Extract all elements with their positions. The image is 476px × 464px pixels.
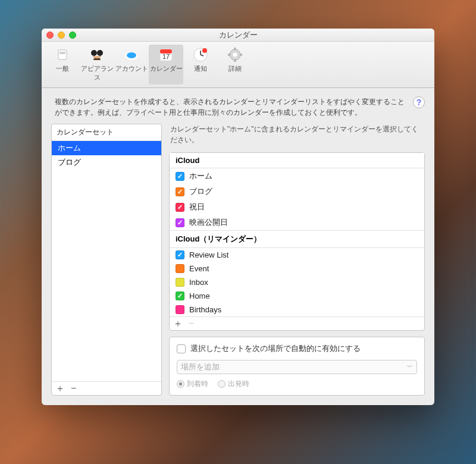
calendar-label: Event xyxy=(189,264,209,273)
svg-rect-1 xyxy=(60,52,65,54)
calendar-label: Inbox xyxy=(189,278,208,287)
calendar-label: 祝日 xyxy=(189,202,205,212)
calendar-row[interactable]: Birthdays xyxy=(170,303,424,316)
location-combo[interactable]: 場所を追加 ﹀ xyxy=(177,360,417,374)
calendar-row[interactable]: Event xyxy=(170,262,424,275)
tab-appearance[interactable]: アピアランス xyxy=(80,45,114,84)
calendar-group-header: iCloud xyxy=(170,153,424,168)
svg-point-6 xyxy=(127,52,136,58)
calendar-label: ホーム xyxy=(189,171,212,181)
add-set-button[interactable]: ＋ xyxy=(55,383,65,394)
traffic-lights xyxy=(46,32,76,39)
calendar-checkbox[interactable]: ✓ xyxy=(176,291,184,300)
tab-accounts[interactable]: アカウント xyxy=(114,45,149,84)
svg-point-2 xyxy=(91,50,97,56)
calendar-row[interactable]: ✓祝日 xyxy=(170,199,424,215)
tab-calendars[interactable]: 17 カレンダー xyxy=(149,45,183,84)
calendar-row[interactable]: ✓Review List xyxy=(170,248,424,262)
calendar-checkbox[interactable]: ✓ xyxy=(176,172,184,181)
svg-rect-0 xyxy=(58,50,67,59)
auto-enable-checkbox[interactable] xyxy=(177,344,186,353)
calendar-label: Home xyxy=(189,291,210,300)
calendar-label: Review List xyxy=(189,250,228,259)
calendar-list-footer: ＋ − xyxy=(170,316,424,330)
calendar-checkbox[interactable]: ✓ xyxy=(176,218,184,227)
tab-label: 一般 xyxy=(45,64,80,73)
auto-enable-box: 選択したセットを次の場所で自動的に有効にする 場所を追加 ﹀ 到着時 xyxy=(169,337,425,396)
switch-icon xyxy=(45,46,80,64)
tab-label: 詳細 xyxy=(218,64,252,73)
calendar-row[interactable]: ✓Home xyxy=(170,289,424,303)
close-icon[interactable] xyxy=(46,32,54,39)
tab-alerts[interactable]: 通知 xyxy=(183,45,218,84)
remove-calendar-button[interactable]: − xyxy=(189,318,194,329)
zoom-icon[interactable] xyxy=(69,32,76,39)
preferences-toolbar: 一般 アピアランス アカウント 17 カレンダー 通知 xyxy=(42,42,434,88)
calendar-checkbox[interactable] xyxy=(176,305,184,314)
radio-depart[interactable]: 出発時 xyxy=(218,379,249,389)
window-title: カレンダー xyxy=(219,30,258,39)
calendar-row[interactable]: ✓ブログ xyxy=(170,184,424,199)
calendar-group-header: iCloud（リマインダー） xyxy=(170,230,424,248)
location-placeholder: 場所を追加 xyxy=(181,362,220,372)
radio-dot-icon xyxy=(218,380,226,388)
add-calendar-button[interactable]: ＋ xyxy=(173,318,183,329)
preferences-window: カレンダー 一般 アピアランス アカウント 17 カレンダー xyxy=(42,29,434,405)
calendar-set-row[interactable]: ホーム xyxy=(52,141,161,155)
tab-label: 通知 xyxy=(183,64,218,73)
calendar-checkbox[interactable]: ✓ xyxy=(176,187,184,196)
calendar-label: Birthdays xyxy=(189,305,221,314)
radio-depart-label: 出発時 xyxy=(228,379,249,389)
remove-set-button[interactable]: − xyxy=(71,383,76,394)
calendar-row[interactable]: Inbox xyxy=(170,275,424,289)
tab-general[interactable]: 一般 xyxy=(45,45,80,84)
calendar-set-row[interactable]: ブログ xyxy=(52,155,161,170)
calendar-icon: 17 xyxy=(149,46,183,64)
calendar-sets-list: カレンダーセット ホームブログ ＋ − xyxy=(51,124,162,396)
calendar-list: iCloud✓ホーム✓ブログ✓祝日✓映画公開日iCloud（リマインダー）✓Re… xyxy=(169,152,425,331)
description-label: 複数のカレンダーセットを作成すると、表示されるカレンダーとリマインダーリストをす… xyxy=(55,98,405,117)
gear-icon xyxy=(218,46,252,64)
tab-label: カレンダー xyxy=(149,64,183,73)
tab-advanced[interactable]: 詳細 xyxy=(218,45,252,84)
help-button[interactable]: ? xyxy=(413,96,425,108)
calendar-row[interactable]: ✓ホーム xyxy=(170,168,424,184)
radio-dot-icon xyxy=(177,380,184,388)
svg-point-15 xyxy=(233,53,237,57)
chevron-down-icon: ﹀ xyxy=(407,363,413,371)
content-area: 複数のカレンダーセットを作成すると、表示されるカレンダーとリマインダーリストをす… xyxy=(42,88,434,405)
calendar-label: 映画公開日 xyxy=(189,217,228,228)
sets-footer: ＋ − xyxy=(52,381,161,395)
calendar-row[interactable]: ✓映画公開日 xyxy=(170,215,424,230)
description-text: 複数のカレンダーセットを作成すると、表示されるカレンダーとリマインダーリストをす… xyxy=(51,95,425,124)
svg-point-3 xyxy=(97,50,103,56)
auto-enable-label: 選択したセットを次の場所で自動的に有効にする xyxy=(190,343,361,354)
cloud-icon xyxy=(114,46,149,64)
radio-arrive[interactable]: 到着時 xyxy=(177,379,208,389)
glasses-nose-icon xyxy=(80,46,114,64)
svg-rect-4 xyxy=(93,58,101,60)
right-description: カレンダーセット"ホーム"に含まれるカレンダーとリマインダーを選択してください。 xyxy=(169,124,425,146)
calendar-checkbox[interactable] xyxy=(176,278,184,287)
calendar-checkbox[interactable]: ✓ xyxy=(176,250,184,259)
notification-icon xyxy=(183,46,218,64)
calendar-label: ブログ xyxy=(189,186,212,197)
radio-arrive-label: 到着時 xyxy=(187,379,208,389)
tab-label: アピアランス xyxy=(80,64,114,82)
titlebar[interactable]: カレンダー xyxy=(42,29,434,42)
tab-label: アカウント xyxy=(114,64,149,73)
sets-header: カレンダーセット xyxy=(52,124,161,141)
calendar-checkbox[interactable] xyxy=(176,264,184,273)
svg-point-11 xyxy=(202,48,207,53)
calendar-checkbox[interactable]: ✓ xyxy=(176,203,184,212)
svg-text:17: 17 xyxy=(162,53,170,60)
minimize-icon[interactable] xyxy=(58,32,65,39)
